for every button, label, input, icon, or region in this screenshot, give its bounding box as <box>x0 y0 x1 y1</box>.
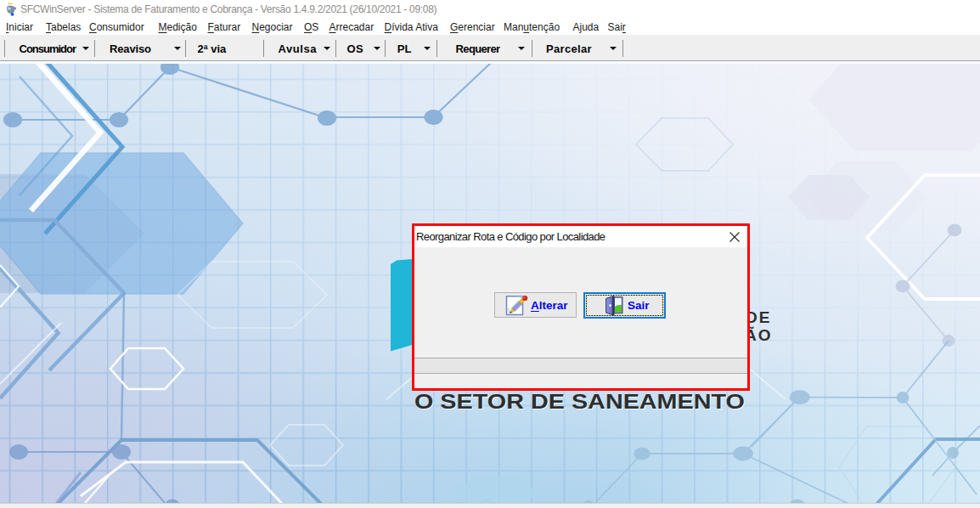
svg-text:O SETOR DE SANEAMENTO: O SETOR DE SANEAMENTO <box>414 390 745 413</box>
